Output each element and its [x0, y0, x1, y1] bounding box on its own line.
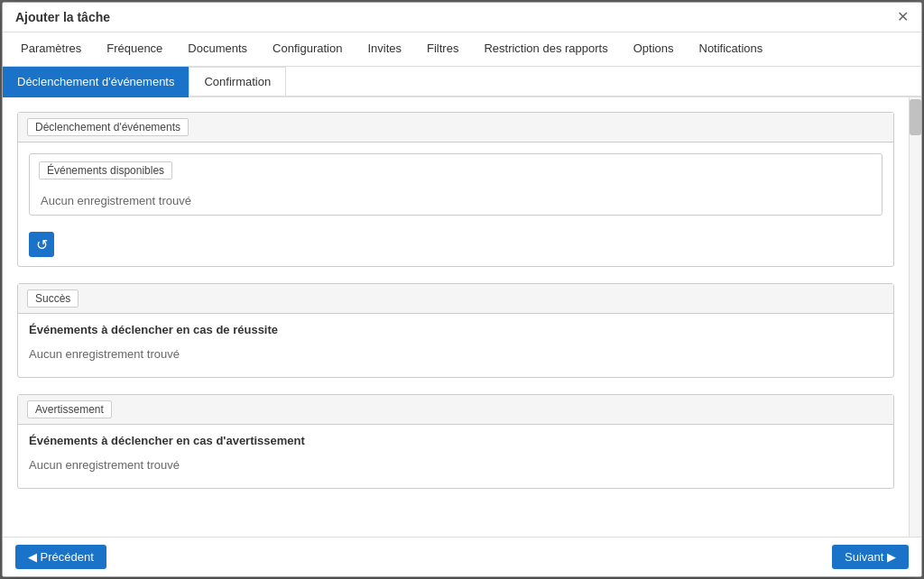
- section-title-succes: Succès: [27, 290, 79, 308]
- tab-restriction[interactable]: Restriction des rapports: [471, 32, 620, 66]
- scrollbar-thumb[interactable]: [910, 99, 921, 135]
- sub-tab-confirmation[interactable]: Confirmation: [189, 67, 286, 97]
- refresh-button[interactable]: ↺: [29, 232, 54, 257]
- modal: Ajouter la tâche ✕ Paramètres Fréquence …: [2, 2, 922, 577]
- section-avertissement: Avertissement Événements à déclencher en…: [17, 394, 894, 489]
- section-title-bar-avertissement: Avertissement: [18, 395, 893, 425]
- success-events-label: Événements à déclencher en cas de réussi…: [29, 323, 278, 336]
- modal-footer: ◀ Précédent Suivant ▶: [3, 537, 921, 576]
- section-title-avertissement: Avertissement: [27, 400, 112, 418]
- content-area: Déclenchement d'événements Événements di…: [3, 97, 909, 537]
- section-succes: Succès Événements à déclencher en cas de…: [17, 283, 894, 378]
- main-tabs: Paramètres Fréquence Documents Configura…: [3, 32, 921, 67]
- inner-box-available-events: Événements disponibles Aucun enregistrem…: [29, 153, 882, 216]
- tab-parametres[interactable]: Paramètres: [8, 32, 94, 66]
- modal-title: Ajouter la tâche: [15, 10, 110, 24]
- sub-tab-declenchement[interactable]: Déclenchement d'événements: [3, 67, 189, 97]
- tab-filtres[interactable]: Filtres: [414, 32, 471, 66]
- warning-no-record: Aucun enregistrement trouvé: [18, 451, 893, 479]
- tab-invites[interactable]: Invites: [355, 32, 414, 66]
- modal-body: Déclenchement d'événements Événements di…: [3, 97, 921, 537]
- section-title-bar-declenchement: Déclenchement d'événements: [18, 113, 893, 142]
- section-declenchement: Déclenchement d'événements Événements di…: [17, 112, 894, 267]
- success-no-record: Aucun enregistrement trouvé: [18, 340, 893, 368]
- available-events-no-record: Aucun enregistrement trouvé: [30, 187, 882, 215]
- tab-frequence[interactable]: Fréquence: [94, 32, 175, 66]
- next-button[interactable]: Suivant ▶: [832, 545, 909, 569]
- section-title-bar-succes: Succès: [18, 284, 893, 314]
- modal-header: Ajouter la tâche ✕: [3, 3, 921, 32]
- scrollbar-track[interactable]: [909, 97, 921, 537]
- warning-events-label: Événements à déclencher en cas d'avertis…: [29, 434, 305, 447]
- tab-options[interactable]: Options: [621, 32, 687, 66]
- section-title-declenchement: Déclenchement d'événements: [27, 118, 189, 136]
- tab-configuration[interactable]: Configuration: [260, 32, 355, 66]
- available-events-title: Événements disponibles: [39, 161, 172, 179]
- prev-button[interactable]: ◀ Précédent: [15, 545, 106, 569]
- tab-notifications[interactable]: Notifications: [687, 32, 776, 66]
- sub-tabs: Déclenchement d'événements Confirmation: [3, 67, 921, 97]
- close-button[interactable]: ✕: [897, 10, 909, 24]
- tab-documents[interactable]: Documents: [175, 32, 260, 66]
